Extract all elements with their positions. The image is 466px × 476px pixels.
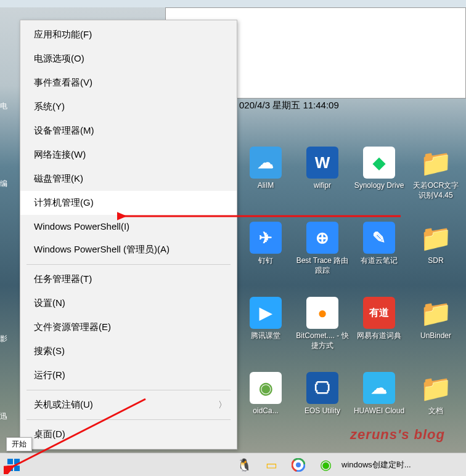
svg-rect-6 [7,466,13,471]
menu-event-viewer[interactable]: 事件查看器(V) [20,71,237,95]
desktop-icon-label: oidCa... [239,406,292,416]
app-icon: 🖵 [306,372,338,404]
menu-separator [27,264,231,265]
desktop-icon-label: EOS Utility [296,406,349,416]
svg-rect-5 [14,459,20,464]
taskbar-wechat-icon[interactable]: ◉ [312,453,339,477]
watermark: zeruns's blog [350,427,445,443]
app-icon: ◉ [250,372,282,404]
desktop-icon-label: SDR [409,256,462,266]
chevron-right-icon: 〉 [218,400,227,411]
desktop-icon-label: 文档 [409,406,462,416]
menu-label: 关机或注销(U) [34,399,93,409]
desktop-icon[interactable]: 📁天若OCR文字识别V4.45 [409,147,462,200]
desktop-icon[interactable]: ☁HUAWEI Cloud [353,372,406,416]
app-icon: ☁ [363,372,395,404]
folder-icon: 📁 [420,297,452,329]
desktop-icon[interactable]: ●BitComet.... - 快捷方式 [296,297,349,350]
app-icon: W [306,147,338,179]
desktop-icon[interactable]: ✈钉钉 [239,222,292,266]
start-context-menu: 应用和功能(F) 电源选项(O) 事件查看器(V) 系统(Y) 设备管理器(M)… [20,20,237,450]
cropped-label: 迅 [0,410,7,423]
svg-rect-7 [14,466,20,471]
menu-powershell-admin[interactable]: Windows PowerShell (管理员)(A) [20,238,237,262]
app-icon: ⊕ [306,222,338,254]
menu-file-explorer[interactable]: 文件资源管理器(E) [20,315,237,339]
desktop-icon[interactable]: ✎有道云笔记 [353,222,406,266]
desktop-icon-label: BitComet.... - 快捷方式 [296,331,349,350]
menu-desktop[interactable]: 桌面(D) [20,422,237,446]
desktop-icon[interactable]: 📁al [460,147,466,191]
desktop-icon[interactable]: 📁SDR [409,222,462,266]
desktop-icon[interactable]: 📁第力 [460,297,466,341]
folder-icon: 📁 [420,222,452,254]
desktop-icon-label: al [460,181,466,191]
svg-rect-4 [7,459,13,464]
desktop-icon[interactable]: ◉oidCa... [239,372,292,416]
menu-separator [27,419,231,420]
desktop-icon[interactable]: 📁UnBinder [409,297,462,341]
taskbar-chrome-icon[interactable] [285,453,312,477]
desktop-icon[interactable]: Wwifipr [296,147,349,191]
app-icon: ✎ [363,222,395,254]
menu-disk-management[interactable]: 磁盘管理(K) [20,167,237,191]
desktop-icon[interactable]: ☁AliIM [239,147,292,191]
folder-icon: 📁 [420,372,452,404]
menu-computer-management[interactable]: 计算机管理(G) [20,191,237,215]
folder-icon: 📁 [420,147,452,179]
desktop-icon[interactable]: 有道网易有道词典 [353,297,406,341]
desktop-icon-label: Best Trace 路由跟踪 [296,256,349,275]
taskbar: 🐧 ▭ ◉ windows创建定时... [0,453,466,476]
menu-network-connections[interactable]: 网络连接(W) [20,143,237,167]
desktop-icon[interactable]: ▶腾讯课堂 [239,297,292,341]
app-icon: 有道 [363,297,395,329]
menu-shutdown-signout[interactable]: 关机或注销(U) 〉 [20,393,237,417]
menu-system[interactable]: 系统(Y) [20,95,237,119]
desktop-icon-label: 第力 [460,331,466,341]
desktop-icon-label: 钉钉 [239,256,292,266]
cropped-label: 编 [0,177,7,190]
cropped-label: 影 [0,333,7,345]
taskbar-window-title[interactable]: windows创建定时... [341,459,411,470]
desktop-icon[interactable]: 📁第力 [460,372,466,416]
desktop-icon-label: Synology Drive [353,181,406,191]
menu-task-manager[interactable]: 任务管理器(T) [20,267,237,291]
menu-device-manager[interactable]: 设备管理器(M) [20,119,237,143]
taskbar-qq-icon[interactable]: 🐧 [231,453,258,477]
datetime-text: 020/4/3 星期五 11:44:09 [239,100,339,111]
app-icon: ▶ [250,297,282,329]
desktop-icon[interactable]: ⊕Best Trace 路由跟踪 [296,222,349,275]
taskbar-explorer-icon[interactable]: ▭ [258,453,285,477]
app-icon: ◆ [363,147,395,179]
desktop-icon[interactable]: 🖵EOS Utility [296,372,349,416]
desktop-icon-label: 第力 [460,406,466,416]
app-icon: ● [306,297,338,329]
desktop-icon-label: HUAWEI Cloud [353,406,406,416]
menu-separator [27,390,231,390]
cropped-label: 电 [0,100,7,113]
desktop-icon-label: 腾讯课堂 [239,331,292,341]
start-button[interactable] [0,453,27,477]
desktop-icon-label: 有道云笔记 [353,256,406,266]
desktop-icon-label: AliIM [239,181,292,191]
desktop-icon-label: wifipr [296,181,349,191]
menu-power-options[interactable]: 电源选项(O) [20,47,237,71]
top-strip [0,0,466,7]
svg-point-12 [296,462,301,467]
desktop-icon-label: UnBinder [409,331,462,341]
desktop-icon[interactable]: ◆Synology Drive [353,147,406,191]
menu-search[interactable]: 搜索(S) [20,339,237,363]
menu-powershell[interactable]: Windows PowerShell(I) [20,215,237,238]
desktop-icon-label: 天若OCR文字识别V4.45 [409,181,462,200]
app-icon: ☁ [250,147,282,179]
start-tooltip: 开始 [6,437,32,451]
desktop-icon[interactable]: 📁文档 [409,372,462,416]
menu-settings[interactable]: 设置(N) [20,291,237,315]
menu-run[interactable]: 运行(R) [20,363,237,387]
desktop-icon-label: 网易有道词典 [353,331,406,341]
menu-apps-features[interactable]: 应用和功能(F) [20,23,237,47]
app-icon: ✈ [250,222,282,254]
